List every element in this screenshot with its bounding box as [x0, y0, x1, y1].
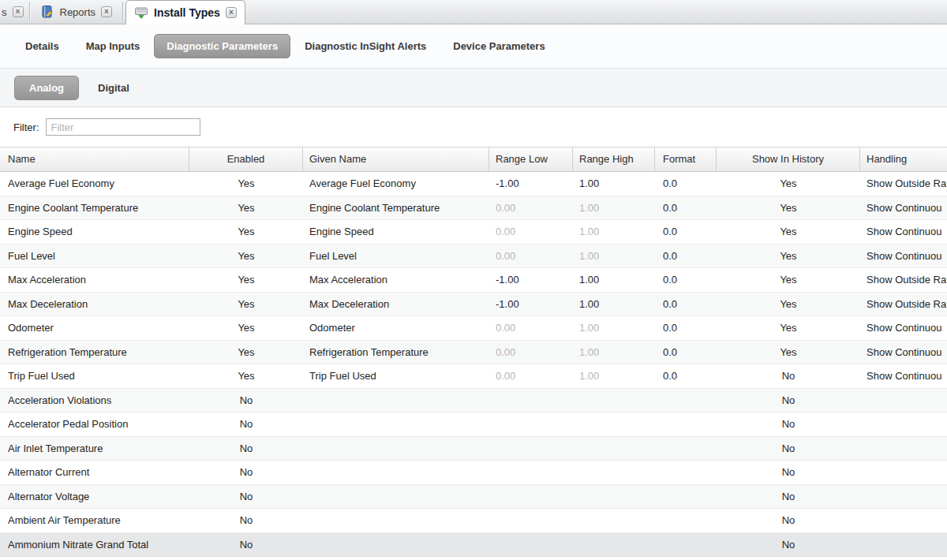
cell-range-low [489, 461, 573, 484]
cell-show-in-history: No [717, 389, 860, 413]
tab-partial[interactable]: s × [0, 0, 27, 24]
table-row[interactable]: Alternator VoltageNoNo [0, 485, 947, 510]
table-row[interactable]: Average Fuel EconomyYesAverage Fuel Econ… [0, 172, 947, 196]
toggle-digital[interactable]: Digital [96, 77, 131, 99]
column-header-given-name[interactable]: Given Name [303, 147, 489, 171]
tab-separator [122, 2, 123, 21]
table-row[interactable]: OdometerYesOdometer0.001.000.0YesShow Co… [0, 316, 947, 341]
cell-given-name: Engine Speed [303, 220, 489, 244]
cell-show-in-history: No [717, 509, 860, 532]
table-row[interactable]: Air Inlet TemperatureNoNo [0, 437, 947, 461]
nav-item-map-inputs[interactable]: Map Inputs [84, 35, 142, 58]
cell-format: 0.0 [655, 172, 717, 196]
table-row[interactable]: Engine Coolant TemperatureYesEngine Cool… [0, 196, 947, 221]
cell-given-name [303, 389, 489, 413]
table-row[interactable]: Fuel LevelYesFuel Level0.001.000.0YesSho… [0, 245, 947, 269]
cell-range-high: 1.00 [573, 220, 655, 244]
nav-item-diagnostic-parameters[interactable]: Diagnostic Parameters [154, 34, 290, 58]
cell-range-low: -1.00 [489, 268, 573, 292]
cell-enabled: No [189, 389, 303, 413]
cell-range-high [573, 437, 655, 461]
cell-given-name [303, 485, 489, 509]
table-row[interactable]: Max DecelerationYesMax Deceleration-1.00… [0, 293, 947, 317]
cell-given-name [303, 461, 489, 484]
cell-format: 0.0 [655, 196, 717, 220]
table-row[interactable]: Trip Fuel UsedYesTrip Fuel Used0.001.000… [0, 364, 947, 389]
cell-show-in-history: No [717, 533, 860, 557]
table-row[interactable]: Refrigeration TemperatureYesRefrigeratio… [0, 341, 947, 365]
cell-handling: Show Continuou [860, 196, 947, 220]
cell-enabled: Yes [189, 293, 303, 316]
nav-item-details[interactable]: Details [24, 35, 61, 58]
cell-enabled: Yes [189, 268, 303, 292]
nav-item-device-parameters[interactable]: Device Parameters [451, 35, 546, 58]
cell-enabled: No [189, 485, 303, 509]
column-header-range-low[interactable]: Range Low [489, 147, 573, 171]
column-header-range-high[interactable]: Range High [573, 147, 655, 171]
cell-range-high: 1.00 [573, 172, 655, 196]
cell-range-high [573, 509, 655, 532]
cell-format: 0.0 [655, 364, 717, 388]
cell-show-in-history: Yes [717, 268, 860, 292]
cell-enabled: Yes [189, 196, 303, 220]
cell-given-name [303, 509, 489, 532]
table-row[interactable]: Ambient Air TemperatureNoNo [0, 509, 947, 533]
cell-range-low [489, 533, 573, 557]
column-header-handling[interactable]: Handling [860, 147, 947, 171]
close-icon[interactable]: × [101, 6, 112, 17]
cell-range-low: 0.00 [489, 245, 573, 268]
tab-partial-label: s [2, 6, 7, 18]
table-row[interactable]: Acceleration ViolationsNoNo [0, 389, 947, 413]
cell-handling [860, 413, 947, 436]
nav-item-diagnostic-insight-alerts[interactable]: Diagnostic InSight Alerts [303, 35, 428, 58]
cell-name: Max Deceleration [0, 293, 189, 316]
cell-range-high [573, 389, 655, 413]
cell-range-low: 0.00 [489, 196, 573, 220]
cell-range-high: 1.00 [573, 364, 655, 388]
cell-enabled: Yes [189, 316, 303, 340]
cell-handling [860, 389, 947, 413]
column-header-enabled[interactable]: Enabled [189, 147, 303, 171]
column-header-format[interactable]: Format [655, 147, 717, 171]
cell-given-name [303, 533, 489, 557]
cell-range-high: 1.00 [573, 293, 655, 316]
cell-handling: Show Continuou [860, 316, 947, 340]
toggle-analog[interactable]: Analog [14, 76, 79, 100]
cell-name: Acceleration Violations [0, 389, 189, 413]
cell-range-high: 1.00 [573, 268, 655, 292]
cell-range-high [573, 461, 655, 484]
cell-handling [860, 533, 947, 557]
analog-digital-toggle: AnalogDigital [0, 69, 947, 107]
cell-format: 0.0 [655, 268, 717, 292]
cell-handling: Show Outside Ra [860, 172, 947, 196]
table-row[interactable]: Max AccelerationYesMax Acceleration-1.00… [0, 268, 947, 293]
table-row[interactable]: Ammonium Nitrate Grand TotalNoNo [0, 533, 947, 558]
cell-format: 0.0 [655, 293, 717, 316]
cell-range-low [489, 485, 573, 509]
cell-enabled: Yes [189, 245, 303, 268]
cell-format [655, 509, 717, 532]
cell-name: Odometer [0, 316, 189, 340]
tab-install-types[interactable]: Install Types × [125, 0, 245, 24]
table-row[interactable]: Engine SpeedYesEngine Speed0.001.000.0Ye… [0, 220, 947, 245]
close-icon[interactable]: × [13, 6, 24, 17]
tab-reports[interactable]: Reports × [32, 0, 121, 24]
cell-handling [860, 461, 947, 484]
cell-handling [860, 509, 947, 532]
cell-handling: Show Outside Ra [860, 268, 947, 292]
cell-given-name [303, 413, 489, 436]
cell-name: Engine Coolant Temperature [0, 196, 189, 220]
cell-show-in-history: Yes [717, 196, 860, 220]
close-icon[interactable]: × [226, 7, 237, 18]
column-header-name[interactable]: Name [0, 147, 189, 171]
cell-name: Accelerator Pedal Position [0, 413, 189, 436]
cell-given-name: Fuel Level [303, 245, 489, 268]
table-row[interactable]: Alternator CurrentNoNo [0, 461, 947, 485]
cell-show-in-history: No [717, 413, 860, 436]
cell-name: Trip Fuel Used [0, 364, 189, 388]
table-row[interactable]: Accelerator Pedal PositionNoNo [0, 413, 947, 437]
cell-name: Air Inlet Temperature [0, 437, 189, 461]
filter-input[interactable] [46, 118, 200, 136]
column-header-show-in-history[interactable]: Show In History [717, 147, 860, 171]
cell-given-name: Refrigeration Temperature [303, 341, 489, 364]
